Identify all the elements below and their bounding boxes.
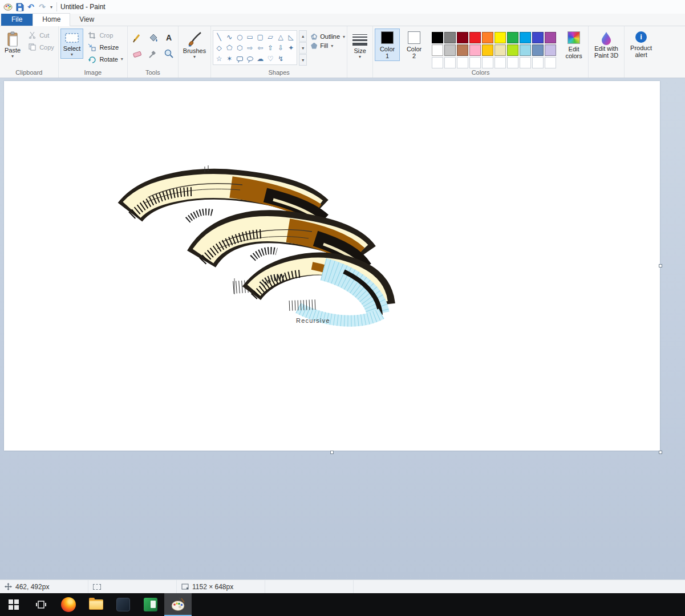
palette-empty-swatch[interactable] xyxy=(520,57,531,68)
palette-empty-swatch[interactable] xyxy=(545,57,556,68)
undo-button[interactable]: ↶ xyxy=(25,1,37,13)
shape-down-arrow[interactable]: ⇩ xyxy=(275,42,286,53)
color-picker-tool-button[interactable] xyxy=(145,46,160,61)
shape-oval[interactable]: ○ xyxy=(234,31,245,42)
palette-swatch[interactable] xyxy=(507,44,518,56)
shape-pentagon[interactable]: ⬠ xyxy=(224,42,234,53)
shapes-scroll-down-button[interactable]: ▼ xyxy=(299,42,307,54)
palette-swatch[interactable] xyxy=(532,32,544,43)
shape-hexagon[interactable]: ⬡ xyxy=(234,42,245,53)
shape-polygon[interactable]: ▱ xyxy=(265,31,275,42)
shape-heart[interactable]: ♡ xyxy=(265,53,275,64)
shape-line[interactable]: ╲ xyxy=(214,31,224,42)
palette-empty-swatch[interactable] xyxy=(495,57,506,68)
tab-home[interactable]: Home xyxy=(33,13,70,26)
palette-empty-swatch[interactable] xyxy=(482,57,493,68)
shape-cloud-callout[interactable]: ☁ xyxy=(255,53,265,64)
palette-empty-swatch[interactable] xyxy=(457,57,468,68)
shapes-scroll-up-button[interactable]: ▲ xyxy=(299,30,307,42)
taskbar-green-app-button[interactable] xyxy=(137,593,164,616)
canvas-resize-handle-right[interactable] xyxy=(659,264,662,268)
rotate-button[interactable]: Rotate ▾ xyxy=(85,54,125,64)
eraser-tool-button[interactable] xyxy=(129,46,144,61)
shape-left-arrow[interactable]: ⇦ xyxy=(255,42,265,53)
taskbar-dark-app-button[interactable] xyxy=(110,593,137,616)
palette-swatch[interactable] xyxy=(545,32,556,43)
palette-swatch[interactable] xyxy=(444,32,456,43)
palette-swatch[interactable] xyxy=(432,32,443,43)
shape-right-triangle[interactable]: ◺ xyxy=(286,31,296,42)
shape-rounded-rectangle[interactable]: ▢ xyxy=(255,31,265,42)
palette-swatch[interactable] xyxy=(532,44,544,56)
fill-tool-button[interactable] xyxy=(145,30,160,45)
tab-file[interactable]: File xyxy=(1,14,33,26)
palette-swatch[interactable] xyxy=(469,44,481,56)
taskbar-task-view-button[interactable] xyxy=(27,593,55,616)
palette-swatch[interactable] xyxy=(444,44,456,56)
palette-swatch[interactable] xyxy=(507,32,518,43)
taskbar-firefox-button[interactable] xyxy=(55,593,82,616)
rotate-icon xyxy=(87,55,96,64)
taskbar-file-explorer-button[interactable] xyxy=(82,593,110,616)
palette-swatch[interactable] xyxy=(457,44,468,56)
palette-swatch[interactable] xyxy=(520,44,531,56)
pencil-icon xyxy=(132,33,142,43)
redo-button[interactable]: ↷ xyxy=(37,1,48,13)
taskbar-paint-button[interactable] xyxy=(164,593,192,616)
crop-button[interactable]: Crop xyxy=(85,30,125,40)
fill-button[interactable]: Fill ▾ xyxy=(311,42,345,49)
palette-swatch[interactable] xyxy=(482,44,493,56)
palette-swatch[interactable] xyxy=(469,32,481,43)
shape-up-arrow[interactable]: ⇧ xyxy=(265,42,275,53)
palette-swatch[interactable] xyxy=(482,32,493,43)
shape-rounded-callout[interactable] xyxy=(237,56,243,61)
tab-view[interactable]: View xyxy=(70,14,103,26)
outline-button[interactable]: Outline ▾ xyxy=(311,33,345,40)
select-button[interactable]: Select ▾ xyxy=(60,29,84,59)
resize-button[interactable]: Resize xyxy=(85,42,125,52)
shape-four-point-star[interactable]: ✦ xyxy=(286,42,296,53)
text-tool-button[interactable]: A xyxy=(161,30,176,45)
qat-customize-arrow[interactable]: ▾ xyxy=(48,5,55,10)
drawing-canvas[interactable]: Recursive xyxy=(4,81,660,451)
paste-button[interactable]: Paste ▾ xyxy=(2,29,23,60)
palette-swatch[interactable] xyxy=(545,44,556,56)
canvas-artwork: Recursive xyxy=(4,81,660,451)
shape-oval-callout[interactable] xyxy=(247,56,253,61)
copy-button[interactable]: Copy xyxy=(25,42,56,52)
save-button[interactable] xyxy=(14,1,25,13)
ribbon: Paste ▾ Cut Copy xyxy=(0,26,685,78)
palette-empty-swatch[interactable] xyxy=(507,57,518,68)
shape-six-point-star[interactable]: ✶ xyxy=(224,53,234,64)
shape-rectangle[interactable]: ▭ xyxy=(245,31,255,42)
palette-swatch[interactable] xyxy=(432,44,443,56)
palette-swatch[interactable] xyxy=(457,32,468,43)
edit-colors-button[interactable]: Edit colors xyxy=(561,29,586,61)
shapes-gallery-expand-button[interactable]: ▼ xyxy=(299,54,307,66)
edit-with-paint3d-button[interactable]: Edit with Paint 3D xyxy=(590,29,622,60)
palette-empty-swatch[interactable] xyxy=(432,57,443,68)
taskbar-start-button[interactable] xyxy=(0,593,27,616)
shape-triangle[interactable]: △ xyxy=(275,31,286,42)
size-button[interactable]: Size ▾ xyxy=(349,29,371,61)
palette-empty-swatch[interactable] xyxy=(532,57,544,68)
product-alert-button[interactable]: i Product alert xyxy=(626,29,656,60)
palette-swatch[interactable] xyxy=(520,32,531,43)
palette-empty-swatch[interactable] xyxy=(444,57,456,68)
canvas-resize-handle-corner[interactable] xyxy=(659,451,662,454)
magnifier-tool-button[interactable] xyxy=(161,46,176,61)
shape-right-arrow[interactable]: ⇨ xyxy=(245,42,255,53)
color2-button[interactable]: Color 2 xyxy=(402,29,427,61)
palette-swatch[interactable] xyxy=(495,32,506,43)
palette-swatch[interactable] xyxy=(495,44,506,56)
shape-diamond[interactable]: ◇ xyxy=(214,42,224,53)
shape-curve[interactable]: ∿ xyxy=(224,31,234,42)
palette-empty-swatch[interactable] xyxy=(469,57,481,68)
brushes-button[interactable]: Brushes ▾ xyxy=(180,29,209,61)
pencil-tool-button[interactable] xyxy=(129,30,144,45)
shape-lightning[interactable]: ↯ xyxy=(275,53,286,64)
color1-button[interactable]: Color 1 xyxy=(375,29,400,61)
canvas-resize-handle-bottom[interactable] xyxy=(330,451,334,454)
cut-button[interactable]: Cut xyxy=(25,30,56,40)
shape-five-point-star[interactable]: ☆ xyxy=(214,53,224,64)
